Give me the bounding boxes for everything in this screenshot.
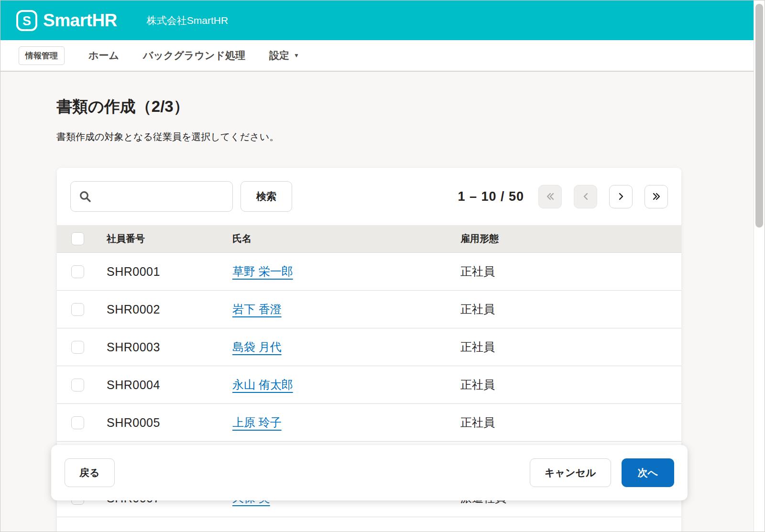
employment-type: 正社員: [460, 302, 681, 317]
double-chevron-right-icon: [651, 191, 662, 202]
brand-wordmark: SmartHR: [43, 11, 117, 29]
employee-name-link[interactable]: 草野 栄一郎: [232, 264, 293, 279]
search-button[interactable]: 検索: [240, 181, 292, 212]
column-header-employee-id: 社員番号: [107, 232, 232, 245]
employee-id: SHR0003: [107, 340, 232, 354]
pagination: 1 – 10 / 50: [458, 185, 668, 208]
table-row: SHR0001 草野 栄一郎 正社員: [57, 252, 681, 290]
nav-item-settings[interactable]: 設定 ▼: [269, 49, 299, 62]
app-window: S SmartHR 株式会社SmartHR 情報管理 ホーム バックグラウンド処…: [0, 0, 765, 532]
top-header: S SmartHR 株式会社SmartHR: [0, 0, 754, 40]
table-header-row: 社員番号 氏名 雇用形態: [57, 225, 681, 252]
row-checkbox[interactable]: [71, 379, 84, 391]
app-badge-information-management: 情報管理: [19, 46, 65, 65]
employee-name-link[interactable]: 岩下 香澄: [232, 302, 282, 317]
table-row-empty: [57, 517, 681, 532]
employment-type: 正社員: [460, 377, 681, 392]
smarthr-logo[interactable]: S SmartHR: [16, 10, 117, 32]
table-row: SHR0005 上原 玲子 正社員: [57, 403, 681, 441]
employment-type: 正社員: [460, 415, 681, 430]
pagination-prev-button[interactable]: [574, 185, 597, 208]
next-button[interactable]: 次へ: [622, 458, 675, 487]
action-bar-right-group: キャンセル 次へ: [530, 458, 674, 487]
cancel-button[interactable]: キャンセル: [530, 458, 611, 487]
employee-id: SHR0005: [107, 416, 232, 430]
nav-item-home[interactable]: ホーム: [88, 49, 119, 62]
vertical-scrollbar[interactable]: [754, 0, 765, 532]
chevron-down-icon: ▼: [294, 53, 299, 58]
app-nav: 情報管理 ホーム バックグラウンド処理 設定 ▼: [0, 40, 754, 72]
row-checkbox[interactable]: [71, 416, 84, 429]
pagination-first-button[interactable]: [538, 185, 562, 208]
employment-type: 正社員: [460, 264, 681, 279]
row-checkbox[interactable]: [71, 265, 84, 278]
table-toolbar: 検索 1 – 10 / 50: [57, 168, 681, 225]
page-description: 書類作成の対象となる従業員を選択してください。: [56, 130, 754, 144]
employee-id: SHR0002: [107, 303, 232, 316]
search-icon: [79, 190, 91, 203]
employee-id: SHR0001: [107, 265, 232, 279]
svg-text:S: S: [22, 14, 31, 28]
employment-type: 正社員: [460, 339, 681, 355]
chevron-right-icon: [616, 191, 626, 202]
pagination-range-label: 1 – 10 / 50: [458, 189, 524, 204]
floating-action-bar: 戻る キャンセル 次へ: [51, 445, 688, 500]
chevron-left-icon: [580, 191, 591, 202]
nav-item-background-jobs[interactable]: バックグラウンド処理: [143, 49, 245, 62]
smarthr-logo-icon: S: [16, 10, 38, 32]
double-chevron-left-icon: [545, 191, 556, 202]
row-checkbox[interactable]: [71, 341, 84, 354]
row-checkbox[interactable]: [71, 303, 84, 316]
back-button[interactable]: 戻る: [65, 458, 115, 487]
company-name: 株式会社SmartHR: [147, 14, 228, 27]
scrollbar-thumb[interactable]: [755, 4, 763, 228]
search-box: [70, 181, 233, 212]
employee-id: SHR0004: [107, 378, 232, 392]
select-all-checkbox[interactable]: [71, 232, 84, 245]
employee-name-link[interactable]: 島袋 月代: [232, 339, 282, 355]
pagination-next-button[interactable]: [609, 185, 633, 208]
page-title: 書類の作成（2/3）: [56, 96, 754, 117]
table-row: SHR0004 永山 侑太郎 正社員: [57, 366, 681, 403]
pagination-last-button[interactable]: [645, 185, 668, 208]
employee-name-link[interactable]: 上原 玲子: [232, 415, 282, 430]
column-header-employment-type: 雇用形態: [460, 232, 681, 245]
table-row: SHR0003 島袋 月代 正社員: [57, 328, 681, 366]
search-input[interactable]: [70, 181, 233, 212]
table-row: SHR0002 岩下 香澄 正社員: [57, 290, 681, 328]
employee-name-link[interactable]: 永山 侑太郎: [232, 377, 293, 392]
column-header-name: 氏名: [232, 232, 460, 245]
